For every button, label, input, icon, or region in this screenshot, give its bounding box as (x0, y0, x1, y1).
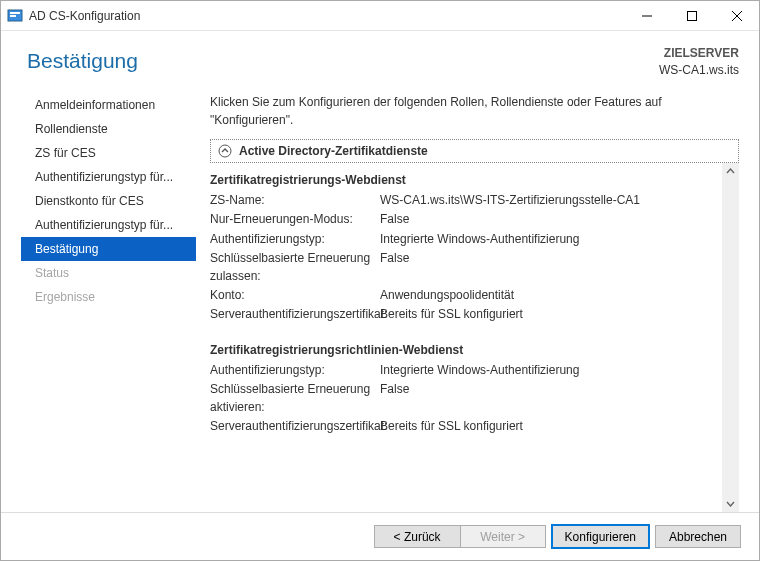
header: Bestätigung ZIELSERVER WS-CA1.ws.its (1, 31, 759, 91)
nav-auth-type-2[interactable]: Authentifizierungstyp für... (21, 213, 196, 237)
svg-point-7 (219, 145, 231, 157)
group-title: Active Directory-Zertifikatdienste (239, 144, 428, 158)
intro-text: Klicken Sie zum Konfigurieren der folgen… (210, 91, 739, 139)
svg-rect-1 (10, 12, 20, 14)
svg-rect-4 (687, 11, 696, 20)
nav-service-account[interactable]: Dienstkonto für CES (21, 189, 196, 213)
section-title-ces: Zertifikatregistrierungs-Webdienst (210, 163, 717, 191)
nav-results: Ergebnisse (21, 285, 196, 309)
maximize-button[interactable] (669, 1, 714, 30)
group-header-adcs[interactable]: Active Directory-Zertifikatdienste (210, 139, 739, 163)
row-ca-name: ZS-Name:WS-CA1.ws.its\WS-ITS-Zertifizier… (210, 191, 717, 210)
row-account: Konto:Anwendungspoolidentität (210, 286, 717, 305)
target-server-value: WS-CA1.ws.its (659, 62, 739, 79)
nav-status: Status (21, 261, 196, 285)
nav-confirmation[interactable]: Bestätigung (21, 237, 196, 261)
next-button: Weiter > (460, 525, 546, 548)
titlebar: AD CS-Konfiguration (1, 1, 759, 31)
row-auth-type-2: Authentifizierungstyp:Integrierte Window… (210, 361, 717, 380)
row-key-renew-enable: Schlüsselbasierte Erneuerung aktivieren:… (210, 380, 717, 417)
page-title: Bestätigung (21, 41, 138, 91)
scroll-up-icon[interactable] (722, 163, 739, 180)
window-controls (624, 1, 759, 30)
wizard-sidebar: Anmeldeinformationen Rollendienste ZS fü… (21, 91, 196, 512)
section-title-cep: Zertifikatregistrierungsrichtlinien-Webd… (210, 325, 717, 361)
configure-button[interactable]: Konfigurieren (552, 525, 649, 548)
nav-role-services[interactable]: Rollendienste (21, 117, 196, 141)
scroll-down-icon[interactable] (722, 495, 739, 512)
app-icon (7, 8, 23, 24)
target-server-box: ZIELSERVER WS-CA1.ws.its (659, 41, 739, 79)
nav-ca-for-ces[interactable]: ZS für CES (21, 141, 196, 165)
back-button[interactable]: < Zurück (374, 525, 460, 548)
nav-auth-type-1[interactable]: Authentifizierungstyp für... (21, 165, 196, 189)
target-server-label: ZIELSERVER (659, 45, 739, 62)
minimize-button[interactable] (624, 1, 669, 30)
window-title: AD CS-Konfiguration (29, 9, 624, 23)
body: Anmeldeinformationen Rollendienste ZS fü… (1, 91, 759, 512)
close-button[interactable] (714, 1, 759, 30)
footer: < Zurück Weiter > Konfigurieren Abbreche… (1, 512, 759, 560)
chevron-up-icon (217, 143, 233, 159)
row-renew-only: Nur-Erneuerungen-Modus:False (210, 210, 717, 229)
row-auth-type-1: Authentifizierungstyp:Integrierte Window… (210, 230, 717, 249)
nav-credentials[interactable]: Anmeldeinformationen (21, 93, 196, 117)
cancel-button[interactable]: Abbrechen (655, 525, 741, 548)
scroll-track[interactable] (722, 180, 739, 495)
row-server-cert-1: Serverauthentifizierungszertifikat:Berei… (210, 305, 717, 324)
config-window: AD CS-Konfiguration Bestätigung ZIELSERV… (0, 0, 760, 561)
content-pane: Klicken Sie zum Konfigurieren der folgen… (196, 91, 741, 512)
svg-rect-2 (10, 15, 16, 17)
row-server-cert-2: Serverauthentifizierungszertifikat:Berei… (210, 417, 717, 436)
confirmation-scroll: Zertifikatregistrierungs-Webdienst ZS-Na… (210, 163, 739, 512)
scrollbar[interactable] (722, 163, 739, 512)
row-key-renew-allow: Schlüsselbasierte Erneuerung zulassen:Fa… (210, 249, 717, 286)
